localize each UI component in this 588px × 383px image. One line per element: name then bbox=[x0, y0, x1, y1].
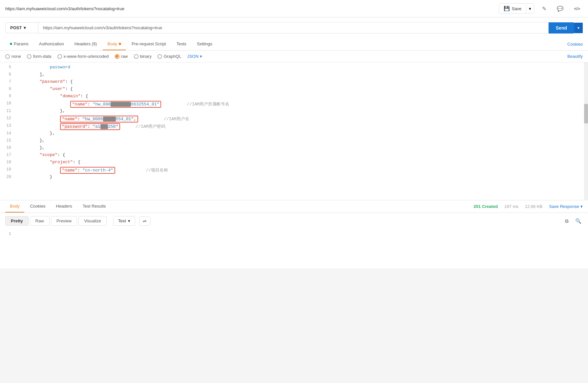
option-binary[interactable]: binary bbox=[134, 54, 152, 59]
response-body: 1 bbox=[0, 229, 588, 268]
line-content-5: password bbox=[16, 64, 588, 70]
option-none[interactable]: none bbox=[5, 54, 21, 59]
top-actions: 💾 Save ▾ ✎ 💬 </> bbox=[499, 3, 583, 14]
code-line-6: 6 ], bbox=[0, 72, 588, 79]
line-num-10: 10 bbox=[0, 101, 16, 106]
line-content-13: "password": "ai___250" //IAM用户密码 bbox=[16, 123, 588, 130]
beautify-link[interactable]: Beautify bbox=[567, 54, 583, 59]
tab-authorization[interactable]: Authorization bbox=[34, 38, 69, 50]
body-type-bar: none form-data x-www-form-urlencoded raw… bbox=[0, 51, 588, 62]
save-response-link[interactable]: Save Response ▾ bbox=[549, 204, 583, 209]
response-icons: ⧉ 🔍 bbox=[564, 217, 583, 225]
code-line-15: 15 }, bbox=[0, 138, 588, 145]
tab-authorization-label: Authorization bbox=[39, 41, 64, 46]
search-button[interactable]: 🔍 bbox=[574, 217, 583, 225]
send-button[interactable]: Send bbox=[549, 22, 574, 34]
cookies-link[interactable]: Cookies bbox=[567, 38, 583, 50]
code-button[interactable]: </> bbox=[571, 5, 583, 12]
save-response-label: Save Response bbox=[549, 204, 579, 209]
format-visualize-button[interactable]: Visualize bbox=[78, 216, 107, 226]
line-num-12: 12 bbox=[0, 115, 16, 121]
resp-tab-body-label: Body bbox=[10, 204, 20, 209]
body-dot-icon bbox=[119, 43, 121, 45]
option-urlencoded[interactable]: x-www-form-urlencoded bbox=[57, 54, 109, 59]
tab-headers[interactable]: Headers (9) bbox=[70, 38, 102, 50]
resp-tab-cookies-label: Cookies bbox=[30, 204, 46, 209]
top-url: https://iam.myhuaweicloud.com/v3/auth/to… bbox=[5, 6, 495, 11]
code-icon: </> bbox=[574, 6, 580, 11]
line-num-17: 17 bbox=[0, 152, 16, 157]
save-button[interactable]: 💾 Save bbox=[499, 4, 526, 13]
code-line-14: 14 }, bbox=[0, 130, 588, 138]
resp-tab-test-results[interactable]: Test Results bbox=[78, 200, 111, 213]
line-num-11: 11 bbox=[0, 108, 16, 113]
text-chevron-icon: ▾ bbox=[128, 218, 130, 223]
tab-tests[interactable]: Tests bbox=[172, 38, 191, 50]
resp-tab-body[interactable]: Body bbox=[5, 200, 24, 213]
edit-button[interactable]: ✎ bbox=[539, 4, 549, 13]
format-pretty-button[interactable]: Pretty bbox=[5, 216, 29, 226]
wrap-button[interactable]: ⇌ bbox=[139, 216, 150, 226]
tab-settings[interactable]: Settings bbox=[192, 38, 217, 50]
option-raw-label: raw bbox=[121, 54, 128, 59]
radio-raw-icon bbox=[115, 54, 119, 59]
option-raw[interactable]: raw bbox=[115, 54, 128, 59]
line-content-6: ], bbox=[16, 72, 588, 77]
resp-tab-headers[interactable]: Headers bbox=[52, 200, 77, 213]
radio-urlencoded-icon bbox=[57, 54, 62, 59]
line-num-14: 14 bbox=[0, 130, 16, 136]
method-select[interactable]: POST ▾ bbox=[5, 22, 38, 33]
response-line-num-1: 1 bbox=[0, 231, 16, 236]
response-line-1: 1 bbox=[0, 231, 588, 238]
line-content-9: "domain": { bbox=[16, 93, 588, 99]
radio-none-icon bbox=[5, 54, 10, 59]
line-num-20: 20 bbox=[0, 174, 16, 179]
line-num-7: 7 bbox=[0, 79, 16, 84]
format-preview-label: Preview bbox=[56, 218, 72, 223]
copy-button[interactable]: ⧉ bbox=[564, 217, 570, 225]
line-content-20: } bbox=[16, 174, 588, 180]
tab-pre-request-script[interactable]: Pre-request Script bbox=[127, 38, 171, 50]
option-form-data[interactable]: form-data bbox=[27, 54, 52, 59]
save-chevron-button[interactable]: ▾ bbox=[526, 4, 534, 13]
code-line-12: 12 "name": "hw_0086_____554_01", //IAM用户… bbox=[0, 115, 588, 123]
code-line-8: 8 "user": { bbox=[0, 86, 588, 93]
line-content-11: }, bbox=[16, 108, 588, 114]
line-content-12: "name": "hw_0086_____554_01", //IAM用户名 bbox=[16, 115, 588, 123]
response-line-content-1 bbox=[16, 231, 588, 232]
tab-params[interactable]: Params bbox=[5, 38, 33, 50]
code-line-10: 10 "name": "hw_008________6632554_01" //… bbox=[0, 101, 588, 108]
line-content-17: "scope": { bbox=[16, 152, 588, 158]
code-line-17: 17 "scope": { bbox=[0, 152, 588, 159]
resp-tab-cookies[interactable]: Cookies bbox=[26, 200, 50, 213]
response-toolbar: Pretty Raw Preview Visualize Text ▾ ⇌ ⧉ … bbox=[0, 213, 588, 229]
resp-tab-headers-label: Headers bbox=[56, 204, 72, 209]
send-chevron-button[interactable]: ▾ bbox=[574, 23, 583, 33]
comment-button[interactable]: 💬 bbox=[554, 4, 566, 13]
save-icon: 💾 bbox=[504, 6, 510, 11]
json-chevron-icon: ▾ bbox=[200, 54, 202, 59]
text-format-label: Text bbox=[118, 218, 126, 223]
scrollbar-track[interactable] bbox=[584, 62, 588, 200]
line-content-8: "user": { bbox=[16, 86, 588, 92]
option-form-data-label: form-data bbox=[33, 54, 52, 59]
json-format-dropdown[interactable]: JSON ▾ bbox=[187, 54, 202, 59]
format-raw-button[interactable]: Raw bbox=[30, 216, 50, 226]
save-response-chevron-icon: ▾ bbox=[580, 204, 583, 209]
scrollbar-thumb[interactable] bbox=[584, 104, 588, 124]
line-num-15: 15 bbox=[0, 138, 16, 143]
text-format-dropdown[interactable]: Text ▾ bbox=[113, 216, 135, 226]
option-none-label: none bbox=[11, 54, 21, 59]
code-editor[interactable]: 5 password 6 ], 7 "password": { 8 "user"… bbox=[0, 62, 588, 200]
line-content-18: "project": { bbox=[16, 159, 588, 165]
tab-body[interactable]: Body bbox=[103, 38, 126, 50]
line-num-6: 6 bbox=[0, 72, 16, 77]
response-status: 201 Created 187 ms 12.66 KB Save Respons… bbox=[473, 204, 583, 209]
params-dot-icon bbox=[10, 43, 12, 45]
url-input[interactable] bbox=[38, 22, 549, 34]
resp-tab-test-results-label: Test Results bbox=[83, 204, 106, 209]
option-graphql[interactable]: GraphQL bbox=[158, 54, 181, 59]
copy-icon: ⧉ bbox=[565, 218, 569, 224]
format-preview-button[interactable]: Preview bbox=[51, 216, 77, 226]
radio-graphql-icon bbox=[158, 54, 162, 59]
